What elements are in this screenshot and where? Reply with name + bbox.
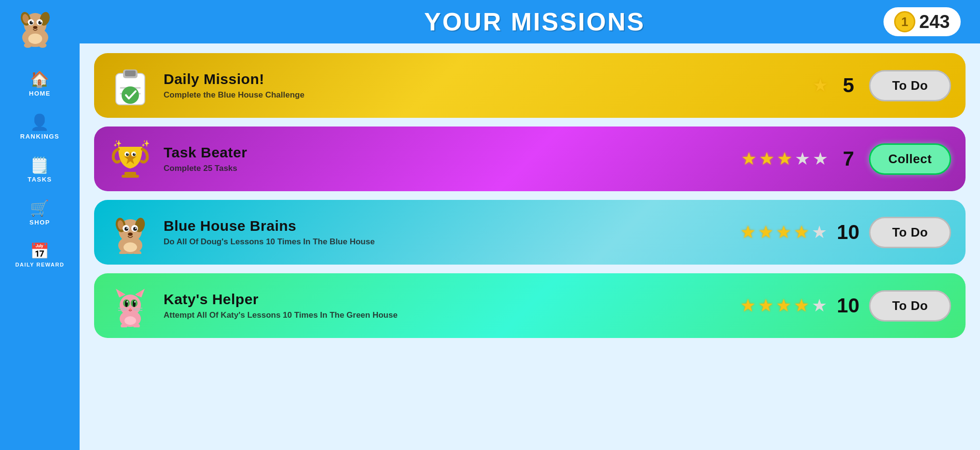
svg-point-9	[31, 21, 33, 23]
mission-right-blue_house_brains: ★★★★★ 10 To Do	[740, 217, 951, 248]
svg-rect-22	[122, 175, 139, 178]
mission-card-blue_house_brains: Blue House Brains Do All Of Doug's Lesso…	[94, 200, 966, 265]
sidebar-shop-label: SHOP	[29, 219, 50, 226]
mission-mascot-task_beater: ✨ ✨	[109, 137, 152, 181]
page-title: YOUR MISSIONS	[186, 7, 883, 36]
mission-title-task_beater: Task Beater	[164, 144, 730, 161]
mission-button-blue_house_brains[interactable]: To Do	[869, 217, 951, 248]
star-2: ★	[759, 149, 774, 169]
svg-point-20	[122, 86, 139, 104]
mission-mascot-blue_house_brains	[109, 211, 152, 254]
sidebar-item-daily-reward[interactable]: 📅 DAILY REWARD	[15, 235, 65, 276]
svg-line-63	[134, 310, 142, 310]
star-3: ★	[777, 149, 792, 169]
star-1: ★	[740, 222, 756, 242]
sidebar-rankings-label: RANKINGS	[20, 133, 59, 140]
sidebar-item-rankings[interactable]: 👤 RANKINGS	[15, 106, 65, 149]
svg-point-41	[126, 227, 128, 229]
mission-button-katys_helper[interactable]: To Do	[869, 290, 951, 322]
mission-points-blue_house_brains: 10	[837, 221, 859, 244]
sidebar-daily-reward-label: DAILY REWARD	[15, 262, 65, 267]
svg-point-14	[39, 42, 46, 48]
coin-count: 243	[919, 12, 950, 32]
svg-point-28	[126, 153, 129, 156]
coin-badge: 1 243	[883, 7, 961, 36]
mission-info-blue_house_brains: Blue House Brains Do All Of Doug's Lesso…	[164, 218, 729, 247]
mission-mascot-daily_mission	[109, 64, 152, 107]
star-2: ★	[758, 222, 773, 242]
sidebar-item-home[interactable]: 🏠 HOME	[15, 63, 65, 106]
star-3: ★	[776, 295, 791, 316]
svg-point-64	[124, 316, 136, 325]
star-1: ★	[813, 75, 828, 96]
mission-desc-task_beater: Complete 25 Tasks	[164, 164, 730, 173]
mission-right-daily_mission: ★ 5 To Do	[813, 70, 951, 101]
mission-desc-blue_house_brains: Do All Of Doug's Lessons 10 Times In The…	[164, 237, 729, 247]
mission-stars-katys_helper: ★★★★★	[740, 295, 827, 316]
mission-info-daily_mission: Daily Mission! Complete the Blue House C…	[164, 71, 801, 100]
svg-point-40	[133, 227, 137, 231]
svg-point-39	[124, 227, 128, 231]
mission-info-katys_helper: Katy's Helper Attempt All Of Katy's Less…	[164, 291, 729, 320]
rankings-icon: 👤	[30, 114, 50, 130]
mission-card-daily_mission: Daily Mission! Complete the Blue House C…	[94, 53, 966, 118]
star-4: ★	[794, 222, 809, 242]
mission-points-task_beater: 7	[838, 147, 859, 170]
sidebar-item-tasks[interactable]: 🗒️ TASKS	[15, 149, 65, 192]
svg-point-43	[128, 233, 133, 236]
mission-stars-daily_mission: ★	[813, 75, 828, 96]
tasks-icon: 🗒️	[30, 157, 50, 173]
star-1: ★	[740, 295, 756, 316]
mission-mascot-katys_helper	[109, 284, 152, 327]
star-5: ★	[812, 222, 827, 242]
home-icon: 🏠	[30, 71, 50, 87]
mission-card-katys_helper: Katy's Helper Attempt All Of Katy's Less…	[94, 273, 966, 338]
svg-text:✨: ✨	[141, 140, 150, 148]
coin-icon: 1	[894, 11, 915, 32]
mission-card-task_beater: ✨ ✨ Task Beater Complete 25 Tasks ★★★★★ …	[94, 127, 966, 191]
mission-stars-task_beater: ★★★★★	[741, 149, 828, 169]
star-4: ★	[795, 149, 810, 169]
dog-icon	[14, 5, 57, 48]
svg-point-48	[120, 295, 141, 316]
sidebar-dog-mascot	[14, 5, 67, 58]
mission-right-task_beater: ★★★★★ 7 Collect	[741, 143, 951, 175]
star-3: ★	[776, 222, 791, 242]
svg-point-11	[33, 26, 37, 29]
svg-point-58	[134, 301, 136, 303]
sidebar-tasks-label: TASKS	[28, 176, 52, 183]
mission-button-daily_mission[interactable]: To Do	[869, 70, 951, 101]
star-2: ★	[758, 295, 773, 316]
svg-point-29	[133, 153, 136, 156]
main-content: YOUR MISSIONS 1 243 Daily Mission! Compl…	[80, 0, 980, 450]
mission-title-daily_mission: Daily Mission!	[164, 71, 801, 87]
mission-right-katys_helper: ★★★★★ 10 To Do	[740, 290, 951, 322]
sidebar: 🏠 HOME 👤 RANKINGS 🗒️ TASKS 🛒 SHOP 📅 DAIL…	[0, 0, 80, 450]
mission-desc-daily_mission: Complete the Blue House Challenge	[164, 90, 801, 100]
svg-point-42	[135, 227, 137, 229]
star-5: ★	[813, 149, 828, 169]
missions-list: Daily Mission! Complete the Blue House C…	[80, 43, 980, 450]
star-5: ★	[812, 295, 827, 316]
svg-point-12	[28, 33, 42, 44]
sidebar-nav: 🏠 HOME 👤 RANKINGS 🗒️ TASKS 🛒 SHOP 📅 DAIL…	[15, 63, 65, 276]
mission-stars-blue_house_brains: ★★★★★	[740, 222, 827, 242]
mission-button-task_beater[interactable]: Collect	[869, 143, 951, 175]
mission-info-task_beater: Task Beater Complete 25 Tasks	[164, 144, 730, 173]
sidebar-item-shop[interactable]: 🛒 SHOP	[15, 192, 65, 235]
svg-text:✨: ✨	[113, 140, 122, 148]
sidebar-home-label: HOME	[29, 90, 51, 97]
svg-point-57	[126, 301, 128, 303]
mission-desc-katys_helper: Attempt All Of Katy's Lessons 10 Times I…	[164, 310, 729, 320]
mission-points-katys_helper: 10	[837, 294, 859, 317]
svg-point-13	[24, 42, 31, 48]
shop-icon: 🛒	[30, 200, 50, 216]
daily-reward-icon: 📅	[30, 243, 50, 259]
mission-title-katys_helper: Katy's Helper	[164, 291, 729, 308]
svg-point-10	[40, 21, 41, 23]
svg-point-44	[124, 242, 137, 252]
page-header: YOUR MISSIONS 1 243	[80, 0, 980, 43]
star-1: ★	[741, 149, 757, 169]
star-4: ★	[794, 295, 809, 316]
svg-point-31	[134, 154, 135, 155]
